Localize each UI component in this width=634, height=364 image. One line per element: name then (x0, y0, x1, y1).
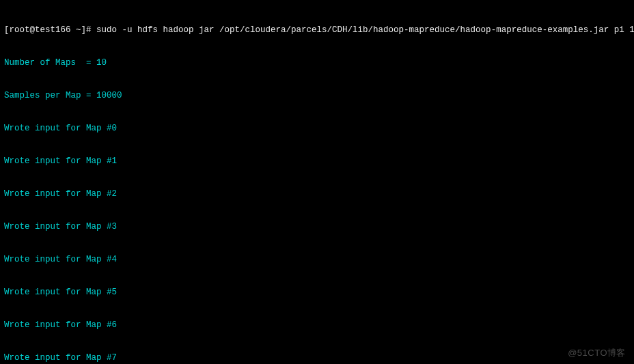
output-line: Wrote input for Map #7 (4, 352, 630, 363)
output-line: Samples per Map = 10000 (4, 90, 630, 101)
output-line: Wrote input for Map #2 (4, 188, 630, 199)
shell-prompt: [root@test166 ~]# (4, 25, 96, 35)
output-line: Wrote input for Map #3 (4, 221, 630, 232)
terminal[interactable]: [root@test166 ~]# sudo -u hdfs hadoop ja… (0, 0, 634, 364)
output-line: Wrote input for Map #6 (4, 320, 630, 331)
output-line: Number of Maps = 10 (4, 57, 630, 68)
output-line: Wrote input for Map #5 (4, 287, 630, 298)
prompt-line: [root@test166 ~]# sudo -u hdfs hadoop ja… (4, 25, 630, 36)
output-line: Wrote input for Map #0 (4, 123, 630, 134)
output-line: Wrote input for Map #1 (4, 156, 630, 167)
output-line: Wrote input for Map #4 (4, 254, 630, 265)
watermark: @51CTO博客 (568, 348, 626, 359)
shell-command: sudo -u hdfs hadoop jar /opt/cloudera/pa… (96, 25, 634, 35)
